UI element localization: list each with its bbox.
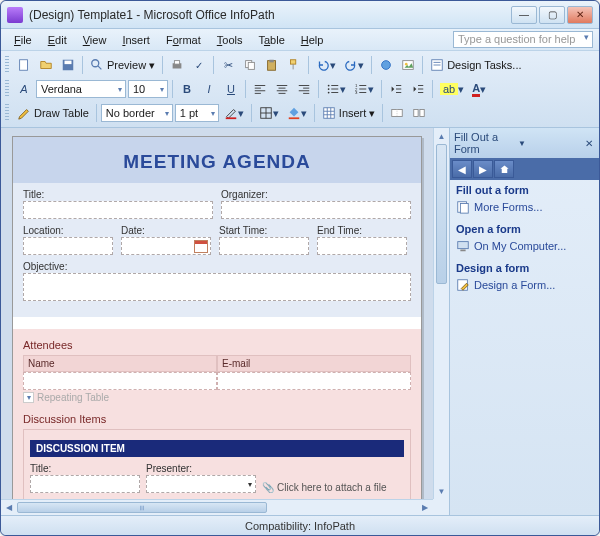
task-pane-title: Fill Out a Form — [454, 131, 514, 155]
end-time-input[interactable] — [317, 237, 407, 255]
font-family-select[interactable]: Verdana — [36, 80, 126, 98]
print-button[interactable] — [167, 55, 187, 75]
menu-file[interactable]: File — [7, 32, 39, 48]
insert-table-button[interactable]: Insert ▾ — [319, 103, 379, 123]
scroll-right-arrow[interactable]: ▶ — [417, 500, 433, 515]
merge-cells-button[interactable] — [387, 103, 407, 123]
numbering-button[interactable]: 123▾ — [351, 79, 377, 99]
nav-back-button[interactable]: ◀ — [452, 160, 472, 178]
design-tasks-button[interactable]: Design Tasks... — [427, 55, 524, 75]
save-button[interactable] — [58, 55, 78, 75]
attach-file-link[interactable]: 📎 Click here to attach a file — [262, 482, 387, 493]
split-cells-button[interactable] — [409, 103, 429, 123]
objective-input[interactable] — [23, 273, 411, 301]
canvas-viewport[interactable]: MEETING AGENDA Title: Organizer: — [1, 128, 433, 499]
highlight-button[interactable]: ab▾ — [437, 79, 467, 99]
insert-picture-button[interactable] — [398, 55, 418, 75]
spellcheck-button[interactable]: ✓ — [189, 55, 209, 75]
align-center-button[interactable] — [272, 79, 292, 99]
toolbar-grip[interactable] — [5, 104, 9, 122]
preview-button[interactable]: Preview ▾ — [87, 55, 158, 75]
nav-forward-button[interactable]: ▶ — [473, 160, 493, 178]
minimize-button[interactable]: — — [511, 6, 537, 24]
scroll-left-arrow[interactable]: ◀ — [1, 500, 17, 515]
menubar: File Edit View Insert Format Tools Table… — [1, 29, 599, 51]
borders-button[interactable]: ▾ — [256, 103, 282, 123]
menu-edit[interactable]: Edit — [41, 32, 74, 48]
shading-button[interactable]: ▾ — [284, 103, 310, 123]
organizer-input[interactable] — [221, 201, 411, 219]
task-pane-dropdown-icon[interactable]: ▼ — [518, 139, 578, 148]
app-icon — [7, 7, 23, 23]
toolbar-grip[interactable] — [5, 56, 9, 74]
meeting-info-section: Title: Organizer: Location: — [13, 183, 421, 317]
svg-rect-2 — [65, 61, 72, 65]
location-input[interactable] — [23, 237, 113, 255]
task-pane-close-button[interactable]: ✕ — [582, 137, 595, 150]
calendar-icon[interactable] — [194, 240, 208, 253]
scroll-up-arrow[interactable]: ▲ — [434, 128, 449, 144]
date-input[interactable] — [121, 237, 211, 255]
align-right-button[interactable] — [294, 79, 314, 99]
svg-rect-49 — [226, 117, 237, 119]
redo-button[interactable]: ▾ — [341, 55, 367, 75]
underline-button[interactable]: U — [221, 79, 241, 99]
svg-point-15 — [405, 63, 408, 66]
font-size-select[interactable]: 10 — [128, 80, 168, 98]
attendees-heading: Attendees — [23, 339, 411, 351]
tp-link-more-forms[interactable]: More Forms... — [456, 199, 593, 215]
table-row[interactable] — [23, 372, 411, 390]
insert-hyperlink-button[interactable] — [376, 55, 396, 75]
undo-button[interactable]: ▾ — [313, 55, 339, 75]
menu-view[interactable]: View — [76, 32, 114, 48]
repeating-table-hint[interactable]: ▾ Repeating Table — [23, 392, 411, 403]
close-button[interactable]: ✕ — [567, 6, 593, 24]
nav-home-button[interactable] — [494, 160, 514, 178]
menu-table[interactable]: Table — [251, 32, 291, 48]
start-time-input[interactable] — [219, 237, 309, 255]
chevron-down-icon[interactable]: ▾ — [23, 392, 34, 403]
border-width-select[interactable]: 1 pt — [175, 104, 219, 122]
decrease-indent-button[interactable] — [386, 79, 406, 99]
tp-link-design-form[interactable]: Design a Form... — [456, 277, 593, 293]
scroll-down-arrow[interactable]: ▼ — [434, 483, 449, 499]
align-left-button[interactable] — [250, 79, 270, 99]
title-input[interactable] — [23, 201, 213, 219]
disc-title-input[interactable] — [30, 475, 140, 493]
scroll-thumb[interactable] — [17, 502, 267, 513]
maximize-button[interactable]: ▢ — [539, 6, 565, 24]
bold-button[interactable]: B — [177, 79, 197, 99]
forms-icon — [456, 200, 470, 214]
cut-button[interactable]: ✂ — [218, 55, 238, 75]
form-document[interactable]: MEETING AGENDA Title: Organizer: — [12, 136, 422, 499]
draw-table-button[interactable]: Draw Table — [14, 103, 92, 123]
format-painter-button[interactable] — [284, 55, 304, 75]
vertical-scrollbar[interactable]: ▲ ▼ — [433, 128, 449, 499]
menu-insert[interactable]: Insert — [115, 32, 157, 48]
bullets-button[interactable]: ▾ — [323, 79, 349, 99]
name-cell-input[interactable] — [23, 372, 217, 390]
style-button[interactable]: A — [14, 79, 34, 99]
email-cell-input[interactable] — [217, 372, 411, 390]
font-color-button[interactable]: A▾ — [469, 79, 489, 99]
toolbar-grip[interactable] — [5, 80, 9, 98]
presenter-input[interactable] — [146, 475, 256, 493]
svg-rect-54 — [324, 108, 335, 119]
increase-indent-button[interactable] — [408, 79, 428, 99]
location-label: Location: — [23, 225, 113, 236]
attendees-section: Attendees Name E-mail ▾ Repeating Table — [13, 329, 421, 499]
open-button[interactable] — [36, 55, 56, 75]
copy-button[interactable] — [240, 55, 260, 75]
menu-format[interactable]: Format — [159, 32, 208, 48]
scroll-thumb[interactable] — [436, 144, 447, 284]
menu-tools[interactable]: Tools — [210, 32, 250, 48]
new-button[interactable] — [14, 55, 34, 75]
help-search-input[interactable]: Type a question for help — [453, 31, 593, 48]
paste-button[interactable] — [262, 55, 282, 75]
border-color-button[interactable]: ▾ — [221, 103, 247, 123]
border-style-select[interactable]: No border — [101, 104, 173, 122]
tp-link-my-computer[interactable]: On My Computer... — [456, 238, 593, 254]
horizontal-scrollbar[interactable]: ◀ ▶ — [1, 499, 433, 515]
italic-button[interactable]: I — [199, 79, 219, 99]
menu-help[interactable]: Help — [294, 32, 331, 48]
